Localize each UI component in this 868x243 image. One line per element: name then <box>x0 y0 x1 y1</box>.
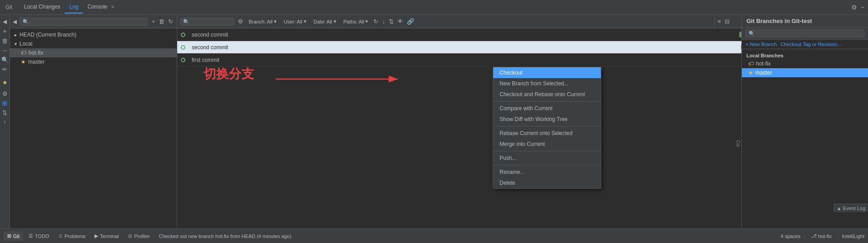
add-icon[interactable]: + <box>3 28 6 35</box>
panel-toolbar-icon-2[interactable]: ⊟ <box>725 18 730 25</box>
merge-icon[interactable]: ↔ <box>2 47 8 54</box>
bottom-tab-problems[interactable]: ⚠ Problems <box>55 231 89 241</box>
separator-1 <box>493 101 601 102</box>
link-icon[interactable]: 🔗 <box>407 18 414 25</box>
collapse-icon[interactable]: ◀ <box>3 19 7 25</box>
branch-indicator[interactable]: ⎇ hot-fix <box>809 232 834 240</box>
tree-item-head[interactable]: ▸ HEAD (Current Branch) <box>10 30 177 39</box>
context-menu-push[interactable]: Push... <box>493 153 601 164</box>
branches-panel-title: Git Branches in Git-test <box>742 15 868 28</box>
master-label: master <box>755 70 772 76</box>
separator-2 <box>493 126 601 126</box>
git-delete-btn[interactable]: 🗑 <box>158 17 165 26</box>
git-refresh-btn[interactable]: ↻ <box>167 17 174 26</box>
user-filter[interactable]: User: All ▾ <box>282 18 308 25</box>
branches-search-bar <box>742 28 868 40</box>
hotfix-icon: 🏷 <box>748 61 754 67</box>
up-icon[interactable]: ↑ <box>3 119 6 126</box>
problems-tab-icon: ⚠ <box>58 233 63 239</box>
git-tab-icon: ⊞ <box>7 233 11 239</box>
status-message: Checked out new branch hot-fix from HEAD… <box>156 234 779 239</box>
chevron-down-icon: ▾ <box>304 19 307 24</box>
tree-item-hotfix[interactable]: 🏷 hot-fix <box>10 48 177 57</box>
hotfix-label: hot-fix <box>756 61 771 67</box>
git-panel: ◀ + 🗑 ↻ ▸ HEAD (Current Branch) ▾ Local … <box>10 15 177 229</box>
branch-filter[interactable]: Branch: All ▾ <box>247 18 278 25</box>
git-search-input[interactable] <box>19 18 148 26</box>
close-icon[interactable]: ✕ <box>111 5 114 9</box>
branches-actions: + New Branch Checkout Tag or Revision... <box>742 40 868 49</box>
main-layout: ◀ + 🗑 ↔ 🔍 ✏ ★ ⚙ ⊞ ⇅ ↑ ◀ + 🗑 ↻ ▸ HEAD (Cu… <box>0 15 868 229</box>
bottom-tab-profiler[interactable]: ◎ Profiler <box>124 231 154 241</box>
tab-bar: Git Local Changes Log Console ✕ ⚙ − <box>0 0 868 15</box>
theme-info[interactable]: IntelliLight <box>842 234 864 239</box>
git-label: Git <box>4 4 14 10</box>
context-menu-rename[interactable]: Rename... <box>493 167 601 178</box>
indent-info[interactable]: 4 spaces <box>781 234 801 239</box>
context-menu-show-diff[interactable]: Show Diff with Working Tree <box>493 114 601 125</box>
date-filter[interactable]: Date: All ▾ <box>312 18 338 25</box>
bottom-bar: ⊞ Git ☰ TODO ⚠ Problems ▶ Terminal ◎ Pro… <box>0 229 868 243</box>
settings-icon[interactable]: ⚙ <box>851 4 857 11</box>
edit-icon[interactable]: ✏ <box>2 66 7 73</box>
tree-item-local[interactable]: ▾ Local <box>10 39 177 48</box>
commit-message: first commit <box>192 57 758 63</box>
star-sidebar-icon[interactable]: ★ <box>2 79 8 86</box>
branch-item-hotfix[interactable]: 🏷 hot-fix <box>742 59 868 68</box>
bottom-tab-todo[interactable]: ☰ TODO <box>25 231 53 241</box>
separator-3 <box>493 151 601 151</box>
panel-collapse-btn[interactable]: ◀ <box>13 19 17 25</box>
bottom-tab-git[interactable]: ⊞ Git <box>4 231 23 241</box>
delete-icon[interactable]: 🗑 <box>2 37 8 44</box>
tree-item-master[interactable]: ★ master <box>10 57 177 66</box>
context-menu-rebase[interactable]: Rebase Current onto Selected <box>493 128 601 139</box>
commit-message: second commit <box>192 44 737 51</box>
new-branch-btn[interactable]: + New Branch <box>745 42 777 47</box>
star-icon: ★ <box>21 59 26 65</box>
right-panel-toolbar: ≡ ⊟ <box>715 15 741 28</box>
context-menu-checkout[interactable]: Checkout <box>493 67 601 78</box>
profiler-tab-icon: ◎ <box>128 233 132 239</box>
paths-filter[interactable]: Paths: All ▾ <box>342 18 370 25</box>
checkout-tag-btn[interactable]: Checkout Tag or Revision... <box>780 42 841 47</box>
eye-icon[interactable]: 👁 <box>397 18 403 25</box>
todo-tab-icon: ☰ <box>28 233 33 239</box>
git-tree: ▸ HEAD (Current Branch) ▾ Local 🏷 hot-fi… <box>10 28 177 229</box>
tab-log[interactable]: Log <box>65 1 83 14</box>
sort-commits-icon[interactable]: ⇅ <box>389 18 394 25</box>
commit-graph <box>181 45 188 50</box>
sort-icon[interactable]: ⇅ <box>2 109 7 116</box>
head-icon: ▸ <box>14 32 17 38</box>
context-menu-new-branch[interactable]: New Branch from Selected... <box>493 78 601 89</box>
branch-indicator-icon: ⎇ <box>811 233 817 239</box>
search-sidebar-icon[interactable]: 🔍 <box>1 56 9 63</box>
refresh-icon[interactable]: ↻ <box>373 18 378 25</box>
context-menu-compare[interactable]: Compare with Current <box>493 103 601 114</box>
fetch-icon[interactable]: ↓ <box>382 18 385 25</box>
tab-console[interactable]: Console ✕ <box>83 1 118 14</box>
commit-dot <box>181 33 185 37</box>
bottom-tab-terminal[interactable]: ▶ Terminal <box>91 231 123 241</box>
commit-dot <box>181 58 185 62</box>
log-search-input[interactable] <box>180 18 234 26</box>
tab-local-changes[interactable]: Local Changes <box>19 1 65 14</box>
layers-icon[interactable]: ⊞ <box>2 100 7 107</box>
event-log-btn[interactable]: ▲ Event Log <box>834 204 868 212</box>
panel-toolbar-icon-1[interactable]: ≡ <box>717 18 721 25</box>
context-menu: Checkout New Branch from Selected... Che… <box>493 67 601 189</box>
git-add-btn[interactable]: + <box>151 17 156 26</box>
chevron-down-icon: ▾ <box>365 19 368 24</box>
context-menu-merge[interactable]: Merge into Current <box>493 139 601 150</box>
branches-panel: Git Branches in Git-test + New Branch Ch… <box>741 15 868 229</box>
branches-search-input[interactable] <box>745 29 864 37</box>
separator-4 <box>493 165 601 165</box>
local-expand-icon: ▾ <box>14 41 17 47</box>
context-menu-delete[interactable]: Delete <box>493 178 601 188</box>
commit-graph <box>181 33 188 37</box>
branch-item-master[interactable]: ★ master <box>742 68 868 77</box>
context-menu-checkout-rebase[interactable]: Checkout and Rebase onto Current <box>493 89 601 100</box>
log-settings-icon[interactable]: ⚙ <box>238 18 243 25</box>
minimize-icon[interactable]: − <box>861 4 864 11</box>
settings-sidebar-icon[interactable]: ⚙ <box>2 90 8 97</box>
commit-graph <box>181 58 188 62</box>
